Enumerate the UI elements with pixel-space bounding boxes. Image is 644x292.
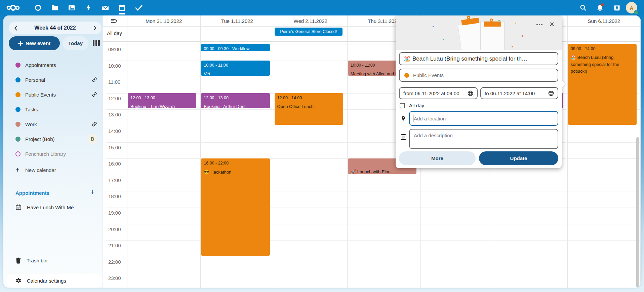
sidebar-calendar-item[interactable]: Fenchurch Library xyxy=(3,146,103,161)
appointment-config-item[interactable]: Have Lunch With Me xyxy=(3,200,103,215)
calendar-event[interactable]: 12:00 - 14:00Open Office Lunch xyxy=(275,93,343,125)
new-event-label: New event xyxy=(26,40,50,46)
event-time: 10:00 - 11:00 xyxy=(204,62,267,69)
hour-gridline xyxy=(106,257,641,257)
sidebar-calendar-item[interactable]: Work xyxy=(3,117,103,132)
previous-week-button[interactable] xyxy=(9,22,22,34)
start-datetime-field[interactable]: from 06.11.2022 at 09:00 xyxy=(399,87,478,99)
event-title-input[interactable]: 🏖️ Beach Luau (Bring something special f… xyxy=(399,52,558,65)
sidebar-calendar-item[interactable]: Personal xyxy=(3,72,103,87)
hour-gridline xyxy=(106,175,641,175)
time-label: 12:00 xyxy=(108,96,121,101)
new-calendar-button[interactable]: +New calendar xyxy=(3,162,103,177)
calendar-event[interactable]: 16:00 - 22:00😎 Hackathon xyxy=(201,158,270,256)
calendar-picker[interactable]: Public Events xyxy=(399,69,558,82)
column-divider xyxy=(200,15,201,288)
sidebar-calendar-item[interactable]: Tasks xyxy=(3,102,103,117)
allday-checkbox[interactable] xyxy=(400,103,405,108)
allday-checkbox-row[interactable]: All day xyxy=(400,103,424,108)
event-title: Vet xyxy=(204,71,267,76)
sidebar-calendar-item[interactable]: Project (Bob)B xyxy=(3,132,103,146)
vertical-scrollbar[interactable] xyxy=(636,137,639,288)
nextcloud-logo-icon[interactable] xyxy=(4,0,22,15)
calendar-color-dot xyxy=(15,92,21,97)
event-title: 😎 Hackathon xyxy=(204,169,267,176)
files-icon[interactable] xyxy=(47,0,63,15)
photos-icon[interactable] xyxy=(64,0,79,15)
hour-gridline xyxy=(106,191,641,191)
time-label: 13:00 xyxy=(108,112,121,117)
end-datetime-field[interactable]: to 06.11.2022 at 14:00 xyxy=(480,87,558,99)
time-label: 21:00 xyxy=(108,243,121,248)
contacts-icon[interactable] xyxy=(609,0,625,15)
calendar-name: Project (Bob) xyxy=(25,136,55,142)
timezone-globe-icon[interactable] xyxy=(548,90,554,96)
dashboard-icon[interactable] xyxy=(30,0,46,15)
appointments-heading: Appointments xyxy=(15,190,49,196)
today-button[interactable]: Today xyxy=(63,36,88,50)
activity-icon[interactable] xyxy=(81,0,96,15)
location-input[interactable]: Add a location xyxy=(409,111,558,126)
calendar-color-dot xyxy=(15,107,21,112)
calendar-name: Personal xyxy=(25,77,45,83)
popover-arrow xyxy=(562,80,565,87)
column-divider xyxy=(274,15,274,288)
close-icon[interactable]: ✕ xyxy=(547,19,557,29)
appointment-config-label: Have Lunch With Me xyxy=(27,205,74,210)
next-week-button[interactable] xyxy=(88,22,102,34)
day-header: Tue 1.11.2022 xyxy=(200,15,274,26)
sidebar-calendar-item[interactable]: Public Events xyxy=(3,87,103,102)
calendar-trailing: B xyxy=(87,134,97,144)
event-time: 12:00 - 14:00 xyxy=(277,95,340,101)
share-link-icon[interactable] xyxy=(91,121,97,127)
timezone-globe-icon[interactable] xyxy=(468,90,473,96)
new-event-button[interactable]: New event xyxy=(9,36,60,50)
trash-bin-item[interactable]: Trash bin xyxy=(3,253,103,268)
calendar-event[interactable]: 12:00 - 13:00Booking - Tim (Wizard) xyxy=(128,93,196,109)
time-label: 11:00 xyxy=(108,79,120,85)
more-actions-icon[interactable] xyxy=(535,20,544,29)
time-label: 14:00 xyxy=(108,128,121,134)
mail-icon[interactable] xyxy=(97,0,113,15)
calendar-event[interactable]: 10:00 - 11:00Vet xyxy=(201,61,270,76)
calendar-app-icon[interactable] xyxy=(114,0,130,15)
event-time: 12:00 - 13:00 xyxy=(204,95,267,101)
sidebar-calendar-item[interactable]: Appointments xyxy=(3,58,103,72)
location-pin-icon xyxy=(400,115,407,122)
time-label: 17:00 xyxy=(108,177,121,183)
calendar-sidebar: Week 44 of 2022 New event Today Appointm… xyxy=(3,15,103,288)
calendar-check-icon xyxy=(15,204,22,210)
collapse-allday-icon[interactable] xyxy=(111,19,117,23)
allday-event[interactable]: Pierre's General Store Closed! xyxy=(275,28,343,36)
description-input[interactable]: Add a description xyxy=(409,129,558,149)
update-button[interactable]: Update xyxy=(479,151,558,165)
share-link-icon[interactable] xyxy=(91,92,97,98)
view-switcher-icon[interactable] xyxy=(93,40,100,46)
event-title: Booking - Tim (Wizard) xyxy=(130,103,194,108)
tasks-icon[interactable] xyxy=(131,0,147,15)
time-label: 20:00 xyxy=(108,226,121,232)
column-divider xyxy=(127,15,127,288)
active-app-indicator xyxy=(119,13,125,14)
online-status-dot xyxy=(634,10,638,14)
allday-row-label: All day xyxy=(107,30,122,36)
event-title-value: 🏖️ Beach Luau (Bring something special f… xyxy=(404,55,527,62)
column-divider xyxy=(347,15,348,288)
notifications-bell-icon[interactable] xyxy=(592,0,608,15)
description-icon xyxy=(400,134,407,140)
text-cursor xyxy=(413,115,413,122)
add-appointment-config-button[interactable]: + xyxy=(90,188,94,196)
calendar-event[interactable]: 09:00 - 09:30 - Workflow Discussion xyxy=(201,44,270,51)
user-avatar[interactable]: A xyxy=(626,2,637,13)
share-link-icon[interactable] xyxy=(91,77,97,83)
shared-user-avatar: B xyxy=(87,134,97,144)
search-icon[interactable] xyxy=(575,0,591,15)
event-time: 16:00 - 22:00 xyxy=(204,160,267,167)
hour-gridline xyxy=(106,208,641,208)
calendar-event[interactable]: 12:00 - 13:00Booking - Arthur Dent xyxy=(201,93,270,109)
calendar-picker-value: Public Events xyxy=(413,72,444,78)
time-label: 10:00 xyxy=(108,63,121,69)
more-button[interactable]: More xyxy=(399,151,476,165)
calendar-settings-button[interactable]: Calendar settings xyxy=(6,273,103,288)
calendar-event[interactable]: 09:00 - 14:00🏖️ Beach Luau (Bring someth… xyxy=(568,44,637,125)
